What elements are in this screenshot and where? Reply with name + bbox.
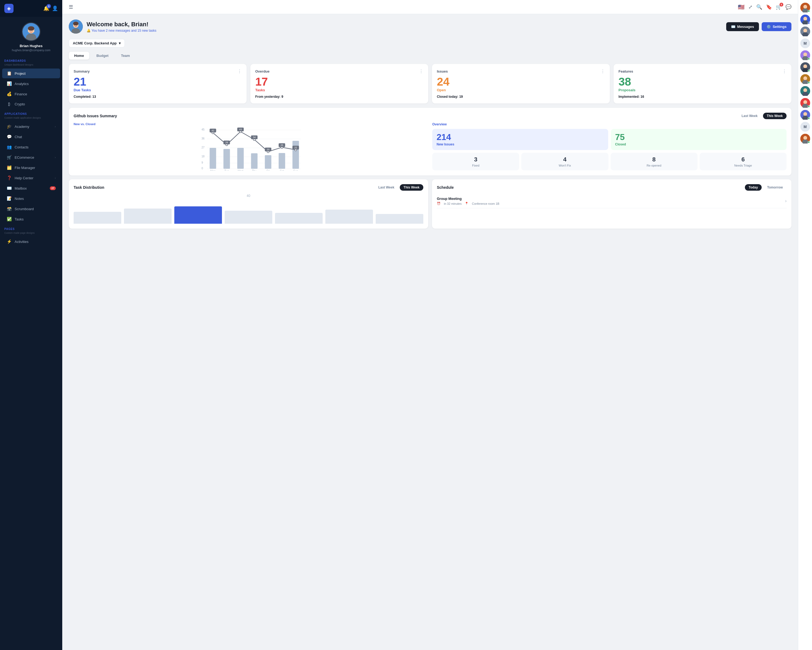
bookmark-icon[interactable]: 🔖 bbox=[766, 4, 772, 10]
sidebar-item-contacts[interactable]: 👥 Contacts bbox=[2, 142, 60, 152]
sidebar-item-mailbox[interactable]: ✉️ Mailbox 27 bbox=[2, 184, 60, 193]
sidebar-item-ecommerce[interactable]: 🛒 ECommerce › bbox=[2, 153, 60, 162]
sidebar-topbar: ◈ 🔔 3 👤 bbox=[0, 0, 62, 17]
task-dist-toggle: Last Week This Week bbox=[375, 184, 423, 191]
right-avatar-5[interactable] bbox=[800, 62, 810, 72]
right-avatar-6[interactable] bbox=[800, 74, 810, 84]
stat-sub-features: Implemented: 16 bbox=[618, 95, 786, 99]
fixed-label: Fixed bbox=[435, 164, 516, 167]
task-dist-bar-chart bbox=[73, 202, 423, 224]
main-content: ☰ 🇺🇸 ⤢ 🔍 🔖 🛒 5 💬 bbox=[62, 0, 798, 650]
stat-menu-features[interactable]: ⋮ bbox=[782, 69, 786, 74]
avatar[interactable] bbox=[21, 22, 41, 41]
academy-icon: 🎓 bbox=[6, 124, 12, 129]
right-avatar-3[interactable] bbox=[800, 26, 810, 36]
sidebar-item-tasks[interactable]: ✅ Tasks bbox=[2, 214, 60, 224]
stat-label-features: Proposals bbox=[618, 88, 786, 92]
sidebar-item-activities[interactable]: ⚡ Activities bbox=[2, 237, 60, 246]
sidebar-item-label: Chat bbox=[15, 135, 22, 139]
schedule-time: in 32 minutes bbox=[444, 202, 461, 205]
right-avatar-8[interactable] bbox=[800, 98, 810, 108]
tab-budget[interactable]: Budget bbox=[91, 52, 114, 60]
task-dist-header: Task Distribution Last Week This Week bbox=[73, 184, 423, 191]
project-selector[interactable]: ACME Corp. Backend App ▾ bbox=[69, 39, 125, 47]
chevron-right-icon: › bbox=[55, 176, 56, 180]
messages-icon[interactable]: 💬 bbox=[786, 4, 791, 10]
chevron-right-icon[interactable]: › bbox=[785, 199, 786, 203]
schedule-location: Conference room 1B bbox=[472, 202, 499, 205]
github-week-toggle: Last Week This Week bbox=[738, 113, 786, 119]
profile-icon[interactable]: 👤 bbox=[52, 5, 58, 11]
stat-menu-overdue[interactable]: ⋮ bbox=[419, 69, 423, 74]
mailbox-icon: ✉️ bbox=[6, 186, 12, 191]
overview-bottom-grid: 3 Fixed 4 Won't Fix 8 Re-opened 6 bbox=[432, 153, 786, 170]
sidebar-item-scrumboard[interactable]: 🗃️ Scrumboard bbox=[2, 204, 60, 214]
sidebar-item-label: Activities bbox=[15, 240, 28, 244]
hamburger-icon[interactable]: ☰ bbox=[69, 4, 73, 10]
github-overview-section: Overview 214 New Issues 75 Closed bbox=[432, 122, 786, 171]
right-avatar-7[interactable] bbox=[800, 86, 810, 96]
flag-icon[interactable]: 🇺🇸 bbox=[738, 4, 745, 10]
last-week-btn-task[interactable]: Last Week bbox=[375, 184, 398, 191]
task-distribution-card: Task Distribution Last Week This Week 40 bbox=[69, 179, 428, 229]
sidebar-item-chat[interactable]: 💬 Chat bbox=[2, 132, 60, 142]
tab-home[interactable]: Home bbox=[69, 52, 89, 60]
chevron-right-icon: › bbox=[55, 156, 56, 159]
right-avatar-2[interactable] bbox=[800, 15, 810, 24]
sidebar-item-label: Academy bbox=[15, 125, 29, 128]
svg-point-82 bbox=[803, 100, 807, 104]
triage-num: 6 bbox=[702, 156, 784, 163]
messages-button[interactable]: ✉️ Messages bbox=[726, 22, 759, 31]
sidebar-item-finance[interactable]: 💰 Finance bbox=[2, 89, 60, 99]
applications-label: APPLICATIONS bbox=[0, 109, 62, 116]
pages-label: PAGES bbox=[0, 224, 62, 232]
project-name: ACME Corp. Backend App bbox=[73, 41, 117, 45]
chart-area: 45 36 27 18 9 0 bbox=[73, 127, 428, 171]
this-week-btn-github[interactable]: This Week bbox=[763, 113, 786, 119]
applications-sublabel: Custom made application designs bbox=[0, 116, 62, 121]
svg-point-61 bbox=[803, 5, 807, 9]
app-logo[interactable]: ◈ bbox=[4, 4, 14, 13]
right-avatar-m2[interactable]: M bbox=[800, 122, 810, 132]
stat-menu-summary[interactable]: ⋮ bbox=[237, 69, 242, 74]
search-icon[interactable]: 🔍 bbox=[756, 4, 762, 10]
svg-text:34: 34 bbox=[253, 136, 255, 139]
dashboards-label: DASHBOARDS bbox=[0, 56, 62, 63]
last-week-btn-github[interactable]: Last Week bbox=[738, 113, 762, 119]
right-avatar-10[interactable] bbox=[800, 134, 810, 144]
sidebar-item-filemanager[interactable]: 🗂️ File Manager bbox=[2, 163, 60, 173]
settings-button[interactable]: ⚙️ Settings bbox=[762, 22, 791, 31]
stat-title-overdue: Overdue bbox=[255, 69, 270, 73]
activities-icon: ⚡ bbox=[6, 239, 12, 244]
right-avatar-4[interactable] bbox=[800, 50, 810, 60]
sidebar-item-notes[interactable]: 📝 Notes bbox=[2, 194, 60, 203]
right-avatar-m1[interactable]: M bbox=[800, 38, 810, 48]
mini-stat-reopened: 8 Re-opened bbox=[611, 153, 698, 170]
right-avatar-9[interactable] bbox=[800, 110, 810, 120]
this-week-btn-task[interactable]: This Week bbox=[400, 184, 423, 191]
svg-point-88 bbox=[803, 136, 807, 140]
tomorrow-btn[interactable]: Tomorrow bbox=[763, 184, 786, 191]
github-issues-title: Github Issues Summary bbox=[73, 114, 117, 118]
tab-team[interactable]: Team bbox=[116, 52, 135, 60]
stat-label-summary: Due Tasks bbox=[73, 88, 242, 92]
sidebar-item-crypto[interactable]: ₿ Crypto bbox=[2, 99, 60, 109]
stat-menu-issues[interactable]: ⋮ bbox=[601, 69, 605, 74]
right-avatar-1[interactable] bbox=[800, 3, 810, 12]
pages-sublabel: Custom made page designs bbox=[0, 232, 62, 236]
svg-text:Tue: Tue bbox=[224, 170, 229, 171]
sidebar-item-project[interactable]: 📋 Project bbox=[2, 69, 60, 78]
today-btn[interactable]: Today bbox=[745, 184, 762, 191]
envelope-icon: ✉️ bbox=[731, 24, 736, 29]
tasks-icon: ✅ bbox=[6, 217, 12, 222]
svg-rect-26 bbox=[224, 149, 230, 169]
sidebar-item-analytics[interactable]: 📊 Analytics bbox=[2, 79, 60, 89]
overview-label: Overview bbox=[432, 122, 786, 126]
sidebar-item-helpcenter[interactable]: ❓ Help Center › bbox=[2, 173, 60, 183]
notification-icon[interactable]: 🔔 3 bbox=[43, 5, 49, 11]
shopping-icon[interactable]: 🛒 5 bbox=[776, 4, 782, 10]
sidebar-item-label: Finance bbox=[15, 92, 27, 96]
header-actions: ✉️ Messages ⚙️ Settings bbox=[726, 22, 791, 31]
fullscreen-icon[interactable]: ⤢ bbox=[748, 4, 752, 10]
sidebar-item-academy[interactable]: 🎓 Academy › bbox=[2, 122, 60, 132]
